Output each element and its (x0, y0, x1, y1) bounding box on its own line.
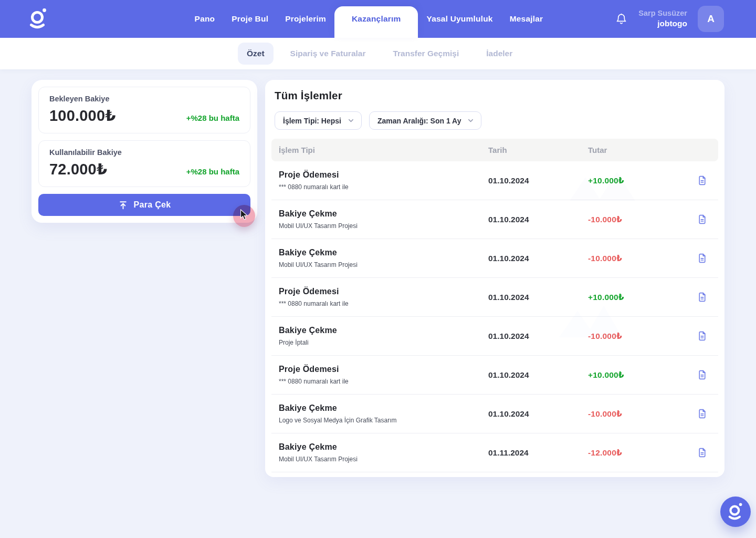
transaction-type: Proje Ödemesi (279, 287, 488, 296)
transaction-detail: *** 0880 numaralı kart ile (279, 378, 488, 385)
transaction-amount: +10.000₺ (588, 293, 693, 302)
available-balance-amount: 72.000₺ (49, 160, 107, 178)
tabs: Özet Sipariş ve Faturalar Transfer Geçmi… (238, 43, 523, 65)
nav-item-label: Yasal Uyumluluk (426, 14, 492, 24)
document-icon (697, 447, 708, 458)
filters: İşlem Tipi: Hepsi Zaman Aralığı: Son 1 A… (275, 111, 718, 130)
transaction-date: 01.10.2024 (488, 409, 588, 419)
transaction-date: 01.10.2024 (488, 176, 588, 185)
nav-item-yasal-uyumluluk[interactable]: Yasal Uyumluluk (418, 0, 501, 38)
panel-title: Tüm İşlemler (275, 89, 718, 102)
tab-ozet[interactable]: Özet (238, 43, 274, 65)
column-header-amount: Tutar (588, 146, 693, 154)
transaction-date: 01.10.2024 (488, 332, 588, 341)
receipt-button[interactable] (693, 327, 711, 345)
pending-balance-amount: 100.000₺ (49, 107, 116, 125)
transaction-type: Bakiye Çekme (279, 209, 488, 219)
tab-transfer-gecmisi[interactable]: Transfer Geçmişi (382, 43, 469, 65)
filter-date-range[interactable]: Zaman Aralığı: Son 1 Ay (369, 111, 481, 130)
transaction-date: 01.11.2024 (488, 448, 588, 458)
earnings-tabbar: Özet Sipariş ve Faturalar Transfer Geçmi… (0, 38, 756, 69)
table-row[interactable]: Proje Ödemesi *** 0880 numaralı kart ile… (271, 161, 718, 200)
document-icon (697, 408, 708, 419)
transaction-detail: *** 0880 numaralı kart ile (279, 300, 488, 307)
document-icon (697, 214, 708, 225)
table-row[interactable]: Bakiye Çekme Proje İptali 01.10.2024 -10… (271, 317, 718, 356)
nav-item-label: Proje Bul (232, 14, 268, 24)
document-icon (697, 292, 708, 303)
transaction-date: 01.10.2024 (488, 254, 588, 263)
transaction-amount: -10.000₺ (588, 332, 693, 341)
transaction-detail: *** 0880 numaralı kart ile (279, 183, 488, 191)
filter-date-range-label: Zaman Aralığı: Son 1 Ay (377, 117, 461, 125)
table-row[interactable]: Bakiye Çekme Logo ve Sosyal Medya İçin G… (271, 395, 718, 433)
receipt-button[interactable] (693, 366, 711, 384)
receipt-button[interactable] (693, 444, 711, 462)
chat-fab-button[interactable] (720, 496, 751, 527)
table-row[interactable]: Proje Ödemesi *** 0880 numaralı kart ile… (271, 278, 718, 317)
tab-label: İadeler (486, 49, 512, 58)
upload-icon (118, 200, 128, 210)
transaction-amount: -10.000₺ (588, 409, 693, 419)
table-header: İşlem Tipi Tarih Tutar (271, 139, 718, 161)
avatar[interactable]: A (698, 6, 724, 32)
transaction-date: 01.10.2024 (488, 370, 588, 380)
transaction-type: Bakiye Çekme (279, 442, 488, 452)
nav-item-mesajlar[interactable]: Mesajlar (501, 0, 552, 38)
receipt-button[interactable] (693, 172, 711, 190)
withdraw-button-label: Para Çek (134, 200, 171, 210)
receipt-button[interactable] (693, 250, 711, 267)
tab-siparis-ve-faturalar[interactable]: Sipariş ve Faturalar (280, 43, 376, 65)
document-icon (697, 369, 708, 380)
jobtogo-logo[interactable] (26, 6, 50, 32)
user-meta[interactable]: Sarp Susüzer jobtogo (638, 8, 687, 29)
table-row[interactable]: Bakiye Çekme Mobil UI/UX Tasarım Projesi… (271, 200, 718, 239)
transaction-detail: Mobil UI/UX Tasarım Projesi (279, 261, 488, 268)
jobtogo-logo-icon (27, 6, 50, 32)
user-company: jobtogo (638, 18, 687, 29)
transaction-amount: +10.000₺ (588, 370, 693, 380)
transactions-panel: Tüm İşlemler İşlem Tipi: Hepsi Zaman Ara… (265, 80, 724, 477)
nav-item-label: Projelerim (285, 14, 326, 24)
pending-balance-label: Bekleyen Bakiye (49, 95, 239, 103)
nav-item-kazanclarim[interactable]: Kazançlarım (334, 6, 418, 38)
avatar-initial: A (707, 13, 715, 25)
table-row[interactable]: Bakiye Çekme Mobil UI/UX Tasarım Projesi… (271, 433, 718, 472)
table-row[interactable]: Proje Ödemesi *** 0880 numaralı kart ile… (271, 356, 718, 395)
nav-item-label: Kazançlarım (352, 14, 401, 24)
navbar-right-cluster: Sarp Susüzer jobtogo A (614, 6, 724, 32)
transaction-detail: Logo ve Sosyal Medya İçin Grafik Tasarım (279, 417, 488, 424)
filter-transaction-type[interactable]: İşlem Tipi: Hepsi (275, 111, 362, 130)
notifications-button[interactable] (614, 12, 628, 26)
transactions-table: İşlem Tipi Tarih Tutar Proje Ödemesi ***… (271, 139, 718, 472)
pending-balance-card: Bekleyen Bakiye 100.000₺ +%28 bu hafta (38, 87, 250, 133)
document-icon (697, 175, 708, 186)
transaction-type: Bakiye Çekme (279, 248, 488, 257)
tab-iadeler[interactable]: İadeler (476, 43, 523, 65)
nav-item-projelerim[interactable]: Projelerim (277, 0, 334, 38)
table-row[interactable]: Bakiye Çekme Mobil UI/UX Tasarım Projesi… (271, 239, 718, 278)
receipt-button[interactable] (693, 405, 711, 423)
transaction-date: 01.10.2024 (488, 293, 588, 302)
top-navbar: Pano Proje Bul Projelerim Kazançlarım Ya… (0, 0, 756, 38)
transaction-rows: Proje Ödemesi *** 0880 numaralı kart ile… (271, 161, 718, 472)
transaction-date: 01.10.2024 (488, 215, 588, 224)
bell-icon (615, 13, 627, 25)
filter-transaction-type-label: İşlem Tipi: Hepsi (283, 117, 341, 125)
withdraw-button[interactable]: Para Çek (38, 194, 250, 216)
tab-label: Sipariş ve Faturalar (290, 49, 366, 58)
transaction-detail: Mobil UI/UX Tasarım Projesi (279, 222, 488, 230)
transaction-type: Proje Ödemesi (279, 365, 488, 374)
nav-item-pano[interactable]: Pano (186, 0, 224, 38)
nav-item-proje-bul[interactable]: Proje Bul (223, 0, 277, 38)
page: Pano Proje Bul Projelerim Kazançlarım Ya… (0, 0, 756, 538)
document-icon (697, 330, 708, 342)
document-icon (697, 253, 708, 264)
nav-item-label: Mesajlar (510, 14, 543, 24)
column-header-type: İşlem Tipi (279, 146, 488, 154)
cursor-icon (240, 209, 249, 221)
transaction-amount: -10.000₺ (588, 215, 693, 224)
receipt-button[interactable] (693, 211, 711, 229)
jobtogo-logo-icon (726, 501, 746, 522)
receipt-button[interactable] (693, 288, 711, 306)
